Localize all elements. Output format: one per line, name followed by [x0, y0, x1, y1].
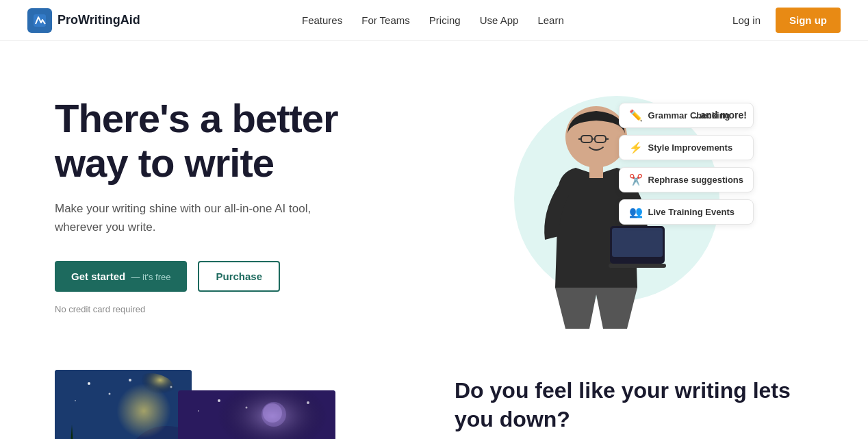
svg-rect-8: [612, 228, 663, 257]
hero-title: There's a better way to write: [55, 97, 434, 186]
svg-rect-10: [589, 164, 603, 178]
hero-note: No credit card required: [55, 304, 434, 314]
get-started-button[interactable]: Get started — it's free: [55, 261, 187, 292]
feature-card-rephrase-label: Rephrase suggestions: [648, 175, 743, 185]
nav-item-use-app[interactable]: Use App: [480, 14, 519, 27]
painting-overlay: [178, 390, 335, 439]
more-label: ...and more!: [693, 110, 747, 121]
hero-illustration: ...and more! ✏️ Grammar Checking ⚡ Style…: [494, 82, 754, 329]
feature-card-style: ⚡ Style Improvements: [619, 135, 754, 160]
free-label: — it's free: [131, 272, 170, 282]
nav-item-features[interactable]: Features: [302, 14, 342, 27]
painting-container: My idea in my head: [55, 370, 349, 439]
painting-area: My idea in my head: [55, 370, 413, 439]
svg-point-15: [129, 379, 131, 381]
svg-point-21: [263, 403, 282, 423]
hero-section: There's a better way to write Make your …: [0, 41, 868, 356]
nav-links: Features For Teams Pricing Use App Learn: [302, 14, 564, 27]
rephrase-icon: ✂️: [629, 173, 643, 186]
svg-rect-9: [609, 264, 666, 268]
svg-point-23: [246, 407, 248, 409]
second-right-content: Do you feel like your writing lets you d…: [455, 370, 813, 439]
second-section: My idea in my head Do you feel like your…: [0, 356, 868, 439]
nav-item-pricing[interactable]: Pricing: [429, 14, 461, 27]
feature-card-rephrase: ✂️ Rephrase suggestions: [619, 167, 754, 192]
svg-rect-19: [178, 390, 335, 439]
svg-point-12: [127, 373, 175, 407]
purchase-button[interactable]: Purchase: [198, 261, 280, 292]
grammar-icon: ✏️: [629, 109, 643, 122]
feature-cards: ...and more! ✏️ Grammar Checking ⚡ Style…: [619, 103, 754, 225]
nav-item-for-teams[interactable]: For Teams: [361, 14, 410, 27]
logo[interactable]: ProWritingAid: [27, 8, 140, 33]
svg-point-13: [88, 382, 90, 385]
logo-text: ProWritingAid: [58, 13, 140, 27]
section-title: Do you feel like your writing lets you d…: [455, 377, 813, 434]
feature-card-style-label: Style Improvements: [648, 142, 733, 153]
svg-point-14: [109, 393, 111, 395]
svg-point-16: [170, 386, 173, 388]
hero-right: ...and more! ✏️ Grammar Checking ⚡ Style…: [434, 82, 813, 329]
svg-point-17: [75, 400, 76, 401]
signup-button[interactable]: Sign up: [776, 8, 841, 33]
feature-card-training-label: Live Training Events: [648, 207, 735, 217]
nav-item-learn[interactable]: Learn: [537, 14, 563, 27]
hero-subtitle: Make your writing shine with our all-in-…: [55, 199, 342, 236]
login-button[interactable]: Log in: [726, 10, 767, 30]
painting-bg: [55, 370, 192, 439]
style-icon: ⚡: [629, 141, 643, 154]
training-icon: 👥: [629, 205, 643, 218]
navbar: ProWritingAid Features For Teams Pricing…: [0, 0, 868, 41]
hero-left: There's a better way to write Make your …: [55, 97, 434, 314]
svg-point-25: [198, 410, 199, 412]
svg-point-24: [307, 401, 309, 404]
svg-point-22: [218, 399, 220, 402]
feature-card-training: 👥 Live Training Events: [619, 199, 754, 225]
hero-buttons: Get started — it's free Purchase: [55, 261, 434, 292]
navbar-actions: Log in Sign up: [726, 8, 841, 33]
logo-icon: [27, 8, 52, 33]
